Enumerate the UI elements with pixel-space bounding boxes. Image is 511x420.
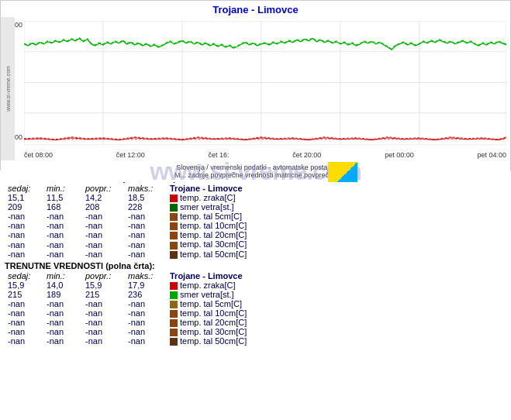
hist-col-maks: maks.: [125,184,164,193]
cell-legend: temp. tal 5cm[C] [164,299,506,308]
curr-col-povpr: povpr.: [82,271,125,281]
legend-label: temp. zraka[C] [180,193,236,202]
cell-maks: 236 [125,290,164,299]
cell-maks: -nan [125,327,164,336]
legend-color-box [170,251,178,259]
caption-line1: Slovenija / vremenski podatki - avtomats… [174,164,337,171]
legend-label: temp. tal 5cm[C] [180,299,242,308]
legend-label: temp. tal 50cm[C] [180,336,247,346]
cell-maks: -nan [125,250,164,259]
table-row: 15,914,015,917,9temp. zraka[C] [5,281,506,290]
x-label-2: čet 16: [209,151,230,159]
table-row: 209168208228smer vetra[st.] [5,202,506,212]
legend-color-box [170,301,178,308]
cell-maks: -nan [125,308,164,318]
cell-maks: 18,5 [125,193,164,202]
x-label-3: čet 20:00 [292,151,321,159]
caption-line2: M... zadnje povprečne vrednosti matricne… [174,171,337,179]
current-table: sedaj: min.: povpr.: maks.: Trojane - Li… [5,271,506,346]
cell-sedaj: -nan [5,230,43,239]
legend-color-box [170,338,178,346]
cell-povpr: -nan [82,212,125,221]
legend-color-box [170,319,178,327]
data-tables: ZGODOVINSKE VREDNOSTI (črtkana črta): se… [0,170,511,346]
chart-container: Trojane - Limovce 200 100 www.si-vreme.c… [0,0,511,170]
cell-maks: 228 [125,202,164,212]
cell-min: -nan [43,318,82,327]
cell-min: -nan [43,230,82,239]
legend-label: temp. tal 5cm[C] [180,212,242,221]
cell-povpr: 215 [82,290,125,299]
cell-maks: -nan [125,318,164,327]
cell-legend: temp. zraka[C] [164,193,506,202]
cell-povpr: -nan [82,239,125,249]
cell-povpr: 15,9 [82,281,125,290]
legend-label: smer vetra[st.] [180,202,234,212]
cell-povpr: -nan [82,327,125,336]
legend-label: temp. tal 30cm[C] [180,327,247,336]
legend-color-box [170,222,178,230]
chart-title: Trojane - Limovce [1,1,510,17]
legend-color-box [170,310,178,318]
legend-color-box [170,204,178,212]
legend-color-box [170,242,178,250]
legend-label: temp. tal 30cm[C] [180,239,247,249]
table-row: -nan-nan-nan-nantemp. tal 10cm[C] [5,221,506,230]
x-label-4: pet 00:00 [385,151,414,159]
hist-col-sedaj: sedaj: [5,184,43,193]
cell-min: -nan [43,336,82,346]
cell-povpr: -nan [82,308,125,318]
cell-sedaj: -nan [5,336,43,346]
cell-min: 11,5 [43,193,82,202]
sidebar-watermark: www.si-vreme.com [5,66,11,112]
cell-legend: smer vetra[st.] [164,202,506,212]
cell-legend: smer vetra[st.] [164,290,506,299]
curr-right-header: Trojane - Limovce [164,271,506,281]
cell-legend: temp. tal 50cm[C] [164,336,506,346]
table-row: 215189215236smer vetra[st.] [5,290,506,299]
cell-min: -nan [43,212,82,221]
legend-label: temp. tal 20cm[C] [180,318,247,327]
cell-maks: -nan [125,212,164,221]
table-row: -nan-nan-nan-nantemp. tal 10cm[C] [5,308,506,318]
cell-legend: temp. tal 10cm[C] [164,221,506,230]
cell-min: -nan [43,250,82,259]
legend-label: temp. zraka[C] [180,281,236,290]
cell-povpr: 14,2 [82,193,125,202]
cell-maks: -nan [125,299,164,308]
cell-min: -nan [43,299,82,308]
cell-sedaj: 215 [5,290,43,299]
cell-min: 168 [43,202,82,212]
cell-sedaj: 209 [5,202,43,212]
cell-sedaj: -nan [5,318,43,327]
chart-svg [24,21,506,145]
legend-label: temp. tal 10cm[C] [180,308,247,318]
cell-povpr: -nan [82,221,125,230]
current-section: TRENUTNE VREDNOSTI (polna črta): sedaj: … [5,261,506,346]
cell-legend: temp. tal 20cm[C] [164,318,506,327]
cell-legend: temp. zraka[C] [164,281,506,290]
cell-sedaj: -nan [5,299,43,308]
legend-label: temp. tal 10cm[C] [180,221,247,230]
cell-min: 189 [43,290,82,299]
cell-sedaj: -nan [5,327,43,336]
hist-col-min: min.: [43,184,82,193]
cell-povpr: -nan [82,336,125,346]
cell-maks: 17,9 [125,281,164,290]
legend-color-box [170,232,178,239]
cell-sedaj: 15,1 [5,193,43,202]
current-header: TRENUTNE VREDNOSTI (polna črta): [5,261,506,270]
cell-legend: temp. tal 30cm[C] [164,327,506,336]
legend-color-box [170,195,178,202]
hist-right-header: Trojane - Limovce [164,184,506,193]
legend-label: temp. tal 20cm[C] [180,230,247,239]
cell-legend: temp. tal 30cm[C] [164,239,506,249]
hist-col-povpr: povpr.: [82,184,125,193]
table-row: -nan-nan-nan-nantemp. tal 50cm[C] [5,336,506,346]
cell-min: -nan [43,221,82,230]
cell-povpr: -nan [82,318,125,327]
cell-sedaj: -nan [5,212,43,221]
table-row: -nan-nan-nan-nantemp. tal 30cm[C] [5,239,506,249]
cell-sedaj: 15,9 [5,281,43,290]
curr-col-maks: maks.: [125,271,164,281]
